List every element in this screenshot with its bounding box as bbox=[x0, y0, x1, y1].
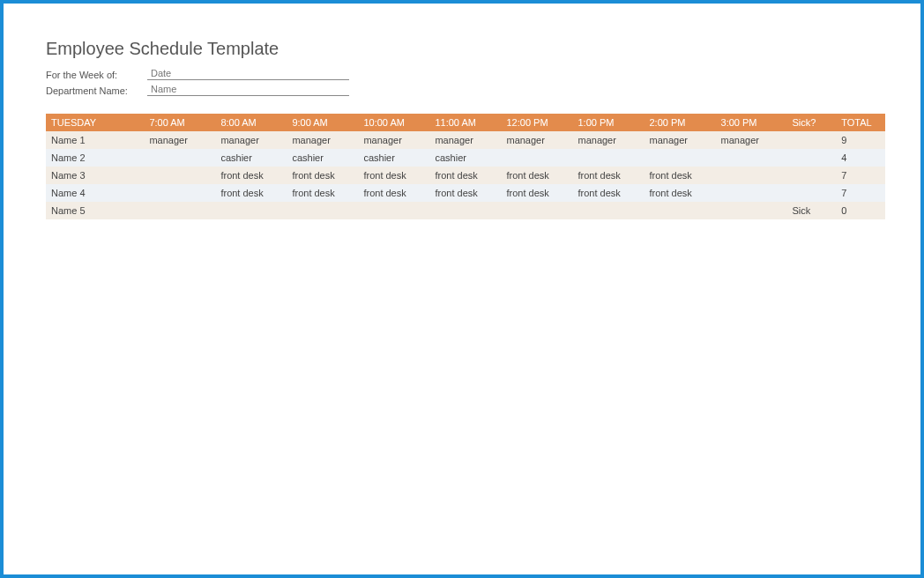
week-label: For the Week of: bbox=[46, 70, 147, 80]
employee-name-cell[interactable]: Name 1 bbox=[46, 131, 144, 149]
week-row: For the Week of: Date bbox=[46, 64, 878, 80]
shift-cell[interactable]: front desk bbox=[572, 167, 644, 184]
total-cell: 4 bbox=[836, 149, 885, 167]
shift-cell[interactable] bbox=[287, 202, 358, 219]
shift-cell[interactable]: manager bbox=[144, 131, 215, 149]
shift-cell[interactable]: front desk bbox=[429, 167, 501, 184]
sick-cell[interactable]: Sick bbox=[787, 202, 837, 219]
shift-cell[interactable]: front desk bbox=[287, 184, 358, 202]
shift-cell[interactable]: manager bbox=[501, 131, 572, 149]
total-cell: 7 bbox=[836, 184, 885, 202]
header-total: TOTAL bbox=[836, 114, 885, 131]
shift-cell[interactable] bbox=[716, 149, 787, 167]
week-input[interactable]: Date bbox=[147, 68, 349, 80]
shift-cell[interactable] bbox=[501, 202, 572, 219]
dept-input[interactable]: Name bbox=[147, 84, 349, 96]
shift-cell[interactable] bbox=[501, 149, 572, 167]
shift-cell[interactable] bbox=[358, 202, 429, 219]
shift-cell[interactable]: manager bbox=[572, 131, 644, 149]
table-row: Name 1managermanagermanagermanagermanage… bbox=[46, 131, 885, 149]
sick-cell[interactable] bbox=[787, 131, 837, 149]
shift-cell[interactable]: cashier bbox=[429, 149, 501, 167]
header-time: 12:00 PM bbox=[501, 114, 572, 131]
shift-cell[interactable]: manager bbox=[645, 131, 716, 149]
table-row: Name 3front deskfront deskfront deskfron… bbox=[46, 167, 885, 184]
shift-cell[interactable] bbox=[215, 202, 287, 219]
shift-cell[interactable] bbox=[572, 149, 644, 167]
shift-cell[interactable]: front desk bbox=[645, 184, 716, 202]
page-title: Employee Schedule Template bbox=[46, 39, 878, 59]
table-row: Name 5Sick0 bbox=[46, 202, 885, 219]
employee-name-cell[interactable]: Name 4 bbox=[46, 184, 144, 202]
shift-cell[interactable]: manager bbox=[429, 131, 501, 149]
shift-cell[interactable] bbox=[144, 167, 215, 184]
shift-cell[interactable] bbox=[572, 202, 644, 219]
sick-cell[interactable] bbox=[787, 184, 837, 202]
shift-cell[interactable] bbox=[716, 184, 787, 202]
shift-cell[interactable]: manager bbox=[716, 131, 787, 149]
shift-cell[interactable]: front desk bbox=[429, 184, 501, 202]
shift-cell[interactable]: cashier bbox=[215, 149, 287, 167]
header-time: 8:00 AM bbox=[215, 114, 287, 131]
header-row: TUESDAY 7:00 AM 8:00 AM 9:00 AM 10:00 AM… bbox=[46, 114, 885, 131]
shift-cell[interactable] bbox=[716, 167, 787, 184]
table-row: Name 2cashiercashiercashiercashier4 bbox=[46, 149, 885, 167]
shift-cell[interactable]: front desk bbox=[501, 167, 572, 184]
header-time: 9:00 AM bbox=[287, 114, 358, 131]
shift-cell[interactable]: front desk bbox=[358, 167, 429, 184]
employee-name-cell[interactable]: Name 2 bbox=[46, 149, 144, 167]
shift-cell[interactable]: front desk bbox=[215, 167, 287, 184]
shift-cell[interactable] bbox=[144, 149, 215, 167]
shift-cell[interactable]: front desk bbox=[501, 184, 572, 202]
shift-cell[interactable] bbox=[429, 202, 501, 219]
header-time: 11:00 AM bbox=[429, 114, 501, 131]
employee-name-cell[interactable]: Name 5 bbox=[46, 202, 144, 219]
shift-cell[interactable]: cashier bbox=[358, 149, 429, 167]
shift-cell[interactable]: front desk bbox=[358, 184, 429, 202]
shift-cell[interactable] bbox=[645, 202, 716, 219]
header-time: 3:00 PM bbox=[716, 114, 787, 131]
shift-cell[interactable]: manager bbox=[215, 131, 287, 149]
schedule-table: TUESDAY 7:00 AM 8:00 AM 9:00 AM 10:00 AM… bbox=[46, 114, 885, 219]
dept-row: Department Name: Name bbox=[46, 80, 878, 96]
header-time: 2:00 PM bbox=[645, 114, 716, 131]
employee-name-cell[interactable]: Name 3 bbox=[46, 167, 144, 184]
table-row: Name 4front deskfront deskfront deskfron… bbox=[46, 184, 885, 202]
header-time: 7:00 AM bbox=[144, 114, 215, 131]
shift-cell[interactable]: cashier bbox=[287, 149, 358, 167]
dept-label: Department Name: bbox=[46, 85, 147, 96]
shift-cell[interactable]: front desk bbox=[645, 167, 716, 184]
header-time: 1:00 PM bbox=[572, 114, 644, 131]
worksheet: Employee Schedule Template For the Week … bbox=[4, 4, 920, 219]
shift-cell[interactable] bbox=[645, 149, 716, 167]
sick-cell[interactable] bbox=[787, 149, 837, 167]
shift-cell[interactable] bbox=[144, 202, 215, 219]
total-cell: 0 bbox=[836, 202, 885, 219]
total-cell: 7 bbox=[836, 167, 885, 184]
header-sick: Sick? bbox=[787, 114, 837, 131]
header-day: TUESDAY bbox=[46, 114, 144, 131]
shift-cell[interactable]: manager bbox=[358, 131, 429, 149]
shift-cell[interactable] bbox=[716, 202, 787, 219]
shift-cell[interactable] bbox=[144, 184, 215, 202]
shift-cell[interactable]: manager bbox=[287, 131, 358, 149]
total-cell: 9 bbox=[836, 131, 885, 149]
shift-cell[interactable]: front desk bbox=[215, 184, 287, 202]
header-time: 10:00 AM bbox=[358, 114, 429, 131]
sick-cell[interactable] bbox=[787, 167, 837, 184]
shift-cell[interactable]: front desk bbox=[287, 167, 358, 184]
shift-cell[interactable]: front desk bbox=[572, 184, 644, 202]
